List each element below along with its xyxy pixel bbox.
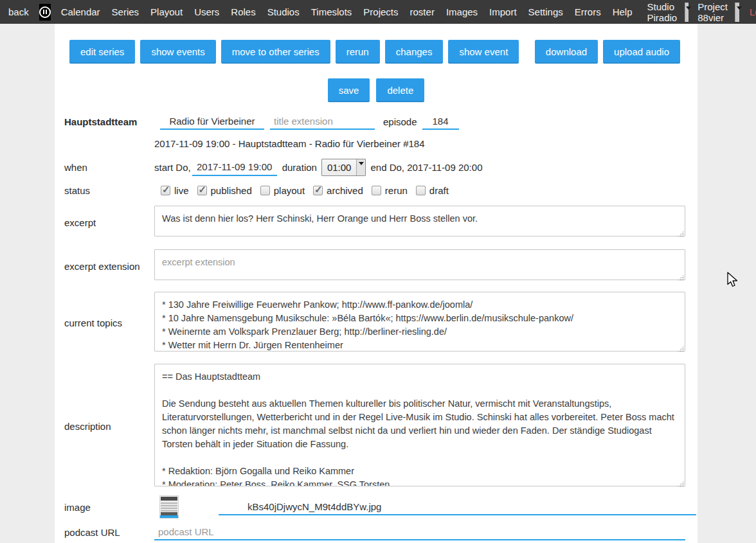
top-nav: back Calendar Series Playout Users Roles… [0,0,756,24]
podcast-url-row: podcast URL [64,524,698,540]
project-select[interactable]: Project 88vier [691,1,742,23]
checkbox-published-label: published [211,185,252,196]
project-select-value: Project 88vier [698,1,730,23]
when-row: when start Do, duration 01:00 end Do, 20… [64,159,698,176]
title-row: Hauptstadtteam episode [64,113,698,130]
checkbox-archived-label: archived [327,185,363,196]
episode-edit-page: back Calendar Series Playout Users Roles… [0,0,756,543]
current-topics-label: current topics [64,317,154,328]
mouse-cursor-icon [726,272,739,289]
rerun-button[interactable]: rerun [336,40,380,64]
piradio-logo-icon[interactable] [39,4,51,21]
checkbox-icon[interactable] [416,186,426,195]
content-card: edit series show events move to other se… [55,24,698,543]
show-event-button[interactable]: show event [448,40,519,64]
changes-button[interactable]: changes [385,40,444,64]
show-events-button[interactable]: show events [140,40,215,64]
excerpt-row: excerpt Was ist denn hier los? Herr Schi… [64,206,698,239]
excerpt-textarea[interactable]: Was ist denn hier los? Herr Schinski, He… [154,206,685,236]
download-button[interactable]: download [535,40,598,64]
excerpt-label: excerpt [64,217,154,228]
image-filename-input[interactable] [219,499,696,515]
nav-item-import[interactable]: Import [483,6,523,17]
image-row: image [64,495,698,519]
checkbox-draft[interactable]: draft [416,185,449,196]
status-checkboxes: live published playout archived rerun [161,185,449,196]
duration-select-value: 01:00 [322,159,357,175]
end-label: end Do, 2017-11-09 20:00 [370,162,482,173]
duration-select[interactable]: 01:00 [321,159,366,176]
episode-input[interactable] [422,113,459,130]
when-label: when [64,162,154,173]
checkbox-icon[interactable] [260,186,270,195]
logout-link[interactable]: Logout [742,6,756,17]
checkbox-playout[interactable]: playout [260,185,305,196]
checkbox-playout-label: playout [274,185,305,196]
nav-item-projects[interactable]: Projects [357,6,404,17]
episode-label: episode [383,116,417,127]
nav-item-roles[interactable]: Roles [225,6,261,17]
excerpt-extension-row: excerpt extension [64,249,698,283]
delete-button[interactable]: delete [376,78,424,102]
nav-item-studios[interactable]: Studios [262,6,305,17]
checkbox-published[interactable]: published [197,185,252,196]
full-title-text: 2017-11-09 19:00 - Hauptstadtteam - Radi… [154,138,698,150]
toolbar-spacer [524,40,530,64]
nav-item-timeslots[interactable]: Timeslots [305,6,358,17]
excerpt-extension-textarea[interactable] [154,249,685,280]
move-to-other-series-button[interactable]: move to other series [221,40,330,64]
nav-item-errors[interactable]: Errors [569,6,607,17]
image-label: image [64,502,154,513]
save-button[interactable]: save [328,78,370,102]
studio-select[interactable]: Studio Piradio [641,1,692,23]
checkbox-rerun[interactable]: rerun [372,185,408,196]
podcast-url-label: podcast URL [64,527,154,538]
edit-series-button[interactable]: edit series [69,40,135,64]
logo-ring-icon [39,6,51,18]
chevron-down-icon[interactable] [685,3,688,22]
start-datetime-input[interactable] [192,159,277,176]
current-topics-row: current topics * 130 Jahre Freiwillige F… [64,292,698,354]
description-label: description [64,421,154,432]
nav-back-link[interactable]: back [0,6,35,17]
toolbar-row-1: edit series show events move to other se… [69,40,680,64]
nav-item-series[interactable]: Series [106,6,145,17]
podcast-url-input[interactable] [154,524,685,540]
nav-item-images[interactable]: Images [440,6,483,17]
nav-item-users[interactable]: Users [188,6,225,17]
nav-item-playout[interactable]: Playout [145,6,188,17]
nav-item-roster[interactable]: roster [404,6,440,17]
checkbox-archived[interactable]: archived [313,185,363,196]
checkbox-icon[interactable] [197,186,207,195]
toolbar-row-2: save delete [55,78,698,102]
upload-audio-button[interactable]: upload audio [603,40,680,64]
studio-select-value: Studio Piradio [647,1,680,23]
nav-item-help[interactable]: Help [607,6,638,17]
nav-item-calendar[interactable]: Calendar [55,6,106,17]
start-label: start Do, [154,162,191,173]
current-topics-textarea[interactable]: * 130 Jahre Freiwillige Feuerwehr Pankow… [154,292,685,352]
checkbox-icon[interactable] [161,186,170,195]
excerpt-extension-label: excerpt extension [64,261,154,272]
nav-item-settings[interactable]: Settings [523,6,569,17]
title-extension-input[interactable] [270,113,375,130]
checkbox-live[interactable]: live [161,185,189,196]
description-textarea[interactable]: == Das Hauptstadtteam Die Sendung besteh… [154,364,685,486]
chevron-down-icon[interactable] [356,159,365,175]
series-name-label: Hauptstadtteam [64,116,154,127]
title-input[interactable] [160,113,264,130]
description-row: description == Das Hauptstadtteam Die Se… [64,364,698,489]
status-label: status [64,185,154,196]
image-thumbnail[interactable] [159,495,179,519]
checkbox-icon[interactable] [313,186,323,195]
checkbox-icon[interactable] [372,186,381,195]
checkbox-rerun-label: rerun [385,185,408,196]
duration-label: duration [282,162,317,173]
chevron-down-icon[interactable] [735,3,739,22]
status-row: status live published playout archived [64,185,698,196]
checkbox-live-label: live [174,185,189,196]
checkbox-draft-label: draft [429,185,449,196]
